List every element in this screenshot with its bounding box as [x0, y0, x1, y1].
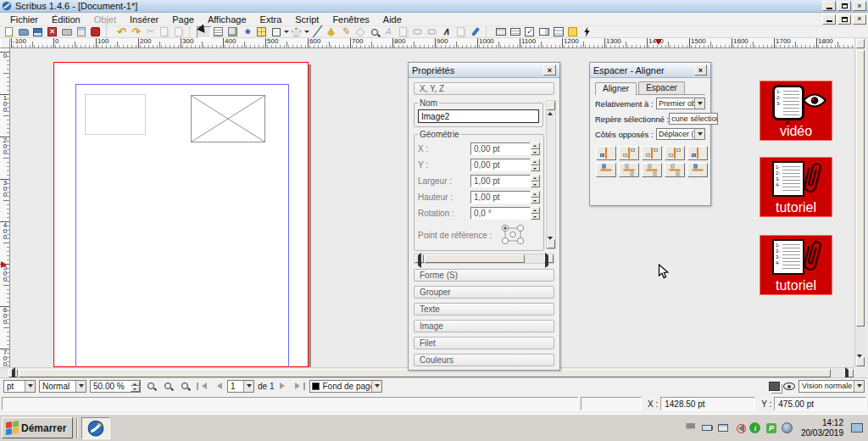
ruler-origin-button[interactable]	[0, 38, 10, 48]
document-close-button[interactable]: ×	[853, 14, 866, 25]
document-restore-button[interactable]	[837, 14, 851, 25]
align-close-button[interactable]: ×	[694, 64, 707, 75]
battery-icon[interactable]	[701, 422, 713, 434]
pdf-push-button-button[interactable]	[493, 26, 508, 38]
insert-line-button[interactable]: ╱	[309, 26, 324, 38]
document-minimize-button[interactable]	[822, 14, 836, 25]
chevron-down-icon[interactable]	[243, 381, 253, 392]
insert-polygon-button[interactable]	[289, 26, 303, 38]
insert-text-frame-button[interactable]	[211, 26, 225, 38]
menu-item-5[interactable]: Affichage	[201, 14, 253, 25]
undo-button[interactable]: ↶	[114, 26, 128, 38]
spinner[interactable]	[531, 191, 540, 204]
scrollbar-thumb[interactable]	[856, 50, 865, 327]
messenger-icon[interactable]: P	[765, 422, 777, 434]
image-frame-placeholder[interactable]	[191, 95, 265, 142]
align-top-edges-button[interactable]	[619, 163, 639, 177]
scroll-up-icon[interactable]	[547, 101, 555, 110]
volume-muted-icon[interactable]	[733, 422, 745, 434]
layer-select[interactable]: Fond de page	[309, 380, 382, 393]
pdf-link-annotation-button[interactable]	[580, 26, 594, 38]
insert-freehand-line-button[interactable]: ✎	[338, 26, 353, 38]
document-page[interactable]	[53, 62, 309, 367]
center-on-vertical-axis-button[interactable]	[642, 146, 662, 160]
zoom-100-button[interactable]	[161, 380, 175, 393]
tab-aligner[interactable]: Aligner	[595, 82, 637, 95]
zoom-out-button[interactable]	[144, 380, 158, 393]
vertical-ruler[interactable]: 0100200300400500600700	[0, 48, 10, 367]
pdf-list-box-button[interactable]	[551, 26, 565, 38]
measurements-button[interactable]: ∧	[439, 26, 453, 38]
print-document-button[interactable]	[59, 26, 74, 38]
spin-down-icon[interactable]	[531, 149, 540, 156]
spin-up-icon[interactable]	[531, 159, 540, 165]
vision-select[interactable]: Vision normale	[798, 380, 865, 393]
align-right-edges-button[interactable]	[665, 146, 685, 160]
minimize-button[interactable]	[822, 1, 836, 11]
zoom-in-button[interactable]	[178, 380, 192, 393]
spinner[interactable]	[531, 207, 540, 220]
chevron-down-icon[interactable]	[854, 381, 864, 392]
insert-bezier-curve-button[interactable]	[324, 26, 338, 38]
horizontal-ruler[interactable]: -100010020030040050060070080090010001100…	[10, 38, 854, 48]
scroll-up-icon[interactable]	[856, 39, 865, 48]
close-document-button[interactable]: ×	[45, 26, 59, 38]
info-icon[interactable]: i	[749, 422, 761, 434]
restore-button[interactable]	[837, 1, 851, 11]
insert-table-button[interactable]	[254, 26, 269, 38]
center-on-horizontal-axis-button[interactable]	[642, 163, 662, 177]
properties-vertical-scrollbar[interactable]	[546, 100, 556, 249]
chevron-down-icon[interactable]	[694, 129, 704, 139]
menu-item-0[interactable]: Fichier	[3, 14, 45, 25]
reference-point-selector[interactable]	[499, 223, 526, 247]
chevron-down-icon[interactable]	[75, 381, 86, 392]
zoom-level-spinner[interactable]: 50.00 %	[90, 380, 141, 393]
menu-item-8[interactable]: Fenêtres	[326, 14, 376, 25]
spinner[interactable]	[531, 175, 540, 187]
scrollbar-thumb[interactable]	[425, 254, 525, 263]
align-field-1[interactable]: cune sélection	[669, 113, 718, 125]
align-bottom-edges-button[interactable]	[665, 163, 685, 177]
chevron-down-icon[interactable]	[694, 98, 704, 109]
desktop-shortcut-video[interactable]: 1-2-3-vidéo	[760, 81, 832, 141]
properties-close-button[interactable]: ×	[543, 64, 556, 75]
tab-espacer[interactable]: Espacer	[638, 81, 685, 94]
spinner[interactable]	[531, 159, 540, 171]
align-bottom-to-top-anchor-button[interactable]	[596, 163, 616, 177]
align-field-0[interactable]: Premier ob	[656, 98, 705, 109]
spin-up-icon[interactable]	[531, 142, 540, 149]
preview-mode-icon[interactable]	[783, 382, 795, 390]
chevron-down-icon[interactable]	[371, 381, 381, 392]
properties-horizontal-scrollbar[interactable]	[414, 254, 554, 264]
menu-item-4[interactable]: Page	[165, 14, 201, 25]
redo-button[interactable]: ↷	[128, 26, 142, 38]
section-button-5[interactable]: Couleurs	[414, 354, 554, 366]
spin-up-icon[interactable]	[531, 191, 540, 198]
quality-select[interactable]: Normal	[39, 380, 86, 393]
menu-item-3[interactable]: Insérer	[123, 14, 165, 25]
geometry-field-4[interactable]: 0,0 °	[470, 207, 540, 220]
unit-select[interactable]: pt	[3, 380, 36, 393]
scroll-right-icon[interactable]	[844, 369, 854, 377]
section-button-2[interactable]: Texte	[414, 303, 554, 315]
clock[interactable]: 14:12 20/03/2019	[801, 418, 843, 438]
page-select[interactable]: 1	[227, 380, 254, 393]
desktop-shortcut-tutorial-1[interactable]: 1-2-3-4-tutoriel	[760, 157, 832, 217]
section-button-3[interactable]: Image	[414, 320, 554, 332]
menu-item-7[interactable]: Script	[288, 14, 326, 25]
menu-item-6[interactable]: Extra	[253, 14, 289, 25]
geometry-field-1[interactable]: 0,00 pt	[470, 159, 540, 171]
tab-xyz[interactable]: X, Y, Z	[414, 82, 554, 95]
eye-dropper-button[interactable]	[468, 26, 482, 38]
section-button-4[interactable]: Filet	[414, 337, 554, 349]
align-right-to-left-anchor-button[interactable]	[596, 146, 616, 160]
show-desktop-button[interactable]	[851, 423, 863, 433]
spinner[interactable]	[531, 142, 540, 155]
insert-image-frame-button[interactable]	[225, 26, 240, 38]
insert-render-frame-button[interactable]: *	[240, 26, 254, 38]
pdf-check-box-button[interactable]: ✓	[522, 26, 537, 38]
pdf-text-annotation-button[interactable]	[565, 26, 580, 38]
pdf-text-field-button[interactable]	[508, 26, 522, 38]
network-icon[interactable]	[717, 422, 729, 434]
chevron-down-icon[interactable]	[25, 381, 35, 392]
